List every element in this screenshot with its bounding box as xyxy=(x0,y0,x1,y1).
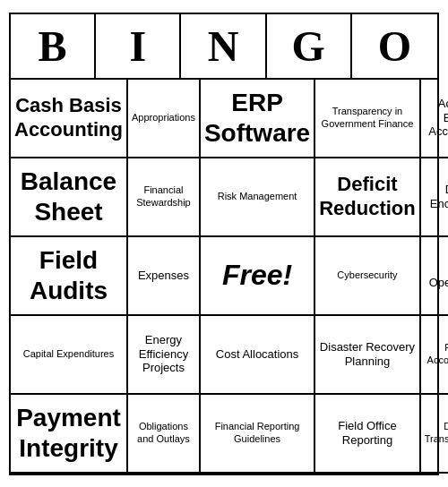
header-letter-o: O xyxy=(352,14,437,78)
bingo-cell-13: Cybersecurity xyxy=(315,237,421,316)
bingo-cell-3: Transparency in Government Finance xyxy=(315,80,421,158)
bingo-cell-22: Financial Reporting Guidelines xyxy=(201,395,315,474)
bingo-cell-24: Digital Transformation xyxy=(421,395,448,474)
bingo-cell-1: Appropriations xyxy=(128,80,201,158)
bingo-cell-21: Obligations and Outlays xyxy=(128,395,201,474)
bingo-header: BINGO xyxy=(11,14,437,80)
bingo-cell-8: Deficit Reduction xyxy=(315,158,421,237)
bingo-cell-20: Payment Integrity xyxy=(11,395,128,474)
header-letter-b: B xyxy=(11,14,96,78)
bingo-card: BINGO Cash Basis AccountingAppropriation… xyxy=(9,13,439,475)
header-letter-n: N xyxy=(181,14,266,78)
bingo-cell-5: Balance Sheet xyxy=(11,158,128,237)
bingo-cell-4: Accrual Basis Accounting xyxy=(421,80,448,158)
bingo-grid: Cash Basis AccountingAppropriationsERP S… xyxy=(11,80,437,474)
bingo-cell-0: Cash Basis Accounting xyxy=(11,80,128,158)
bingo-cell-14: Site Operations xyxy=(421,237,448,316)
bingo-cell-2: ERP Software xyxy=(201,80,315,158)
header-letter-i: I xyxy=(96,14,181,78)
bingo-cell-16: Energy Efficiency Projects xyxy=(128,316,201,395)
bingo-cell-17: Cost Allocations xyxy=(201,316,315,395)
bingo-cell-9: Data Encryption xyxy=(421,158,448,237)
bingo-cell-12: Free! xyxy=(201,237,315,316)
bingo-cell-7: Risk Management xyxy=(201,158,315,237)
bingo-cell-19: Fiscal Accountability xyxy=(421,316,448,395)
bingo-cell-23: Field Office Reporting xyxy=(315,395,421,474)
bingo-cell-11: Expenses xyxy=(128,237,201,316)
header-letter-g: G xyxy=(267,14,352,78)
bingo-cell-15: Capital Expenditures xyxy=(11,316,128,395)
bingo-cell-6: Financial Stewardship xyxy=(128,158,201,237)
bingo-cell-18: Disaster Recovery Planning xyxy=(315,316,421,395)
bingo-cell-10: Field Audits xyxy=(11,237,128,316)
